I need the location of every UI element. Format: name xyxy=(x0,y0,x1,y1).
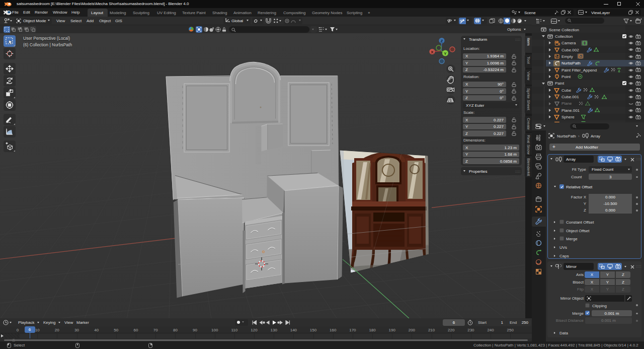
svg-text:Z: Z xyxy=(441,39,443,43)
svg-text:X: X xyxy=(431,50,434,54)
svg-text:Y: Y xyxy=(444,51,447,56)
